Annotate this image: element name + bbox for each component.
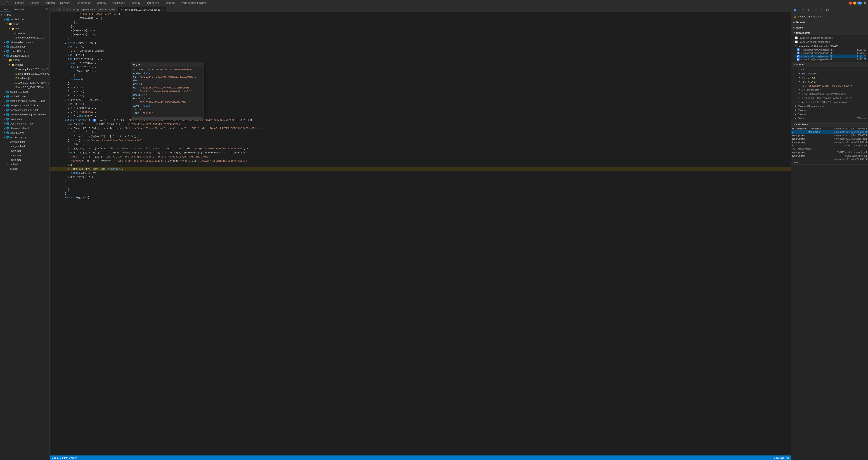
tab-performance[interactable]: Performance xyxy=(73,0,94,6)
tab-application[interactable]: Application xyxy=(109,0,128,6)
resume-button[interactable]: ▶ xyxy=(793,7,798,12)
file-tab-core[interactable]: JS core-optimi.v2....njs?v=2838683 ✕ xyxy=(118,7,166,12)
tree-item-jigsaw[interactable]: JS jigsaw xyxy=(0,31,50,35)
bp-check-1[interactable] xyxy=(797,49,800,51)
cs-item-0[interactable]: H.I.<computed>.q.<computed> core-optimi.… xyxy=(792,127,868,130)
t-expand-icon[interactable]: ▶ xyxy=(799,92,800,95)
new-snippet-button[interactable]: ⊕ xyxy=(45,7,49,11)
section-threads-header[interactable]: ▶ Threads xyxy=(792,20,868,25)
scope-l[interactable]: L : "T8ogZzrk4VFERlBVRVfUsIS/GNmuDPln" xyxy=(795,84,866,88)
pause-caught-item[interactable]: Pause on caught exceptions xyxy=(795,40,866,45)
tree-item-bqq[interactable]: ▶ 🌐 bqq.gtimg.com xyxy=(0,45,50,49)
tree-item-s6[interactable]: ▶ 🌐 s6.music.126.net xyxy=(0,126,50,130)
cs-item-4[interactable]: (anonymous) core-optimi.v2....js?v=28386… xyxy=(792,141,868,144)
tab-recorder[interactable]: Recorder xyxy=(162,0,178,6)
this-expand-icon[interactable]: ▶ xyxy=(799,72,800,75)
tree-item-top[interactable]: ▼ □ top xyxy=(0,13,50,17)
tab-network[interactable]: Network xyxy=(57,0,73,6)
deactivate-breakpoints-button[interactable]: ⊘ xyxy=(825,7,830,12)
tree-item-trial[interactable]: ▼ 📁 trial xyxy=(0,26,50,31)
tree-item-load[interactable]: JS load.min.js xyxy=(0,76,50,81)
tab-console[interactable]: Console xyxy=(27,0,42,6)
scope-a[interactable]: ▶ A : f (C7, C8) xyxy=(795,76,866,80)
tree-item-hm[interactable]: ▶ 🌐 hm.baidu.com xyxy=(0,94,50,99)
cs-item-anon-music[interactable]: (anonymous) music-corona.min.js:1 xyxy=(792,154,868,157)
cs-item-s[interactable]: s core-optimi.v2....js?v=2838683:1 xyxy=(792,157,868,161)
cs-item-emit[interactable]: _emit xyxy=(792,161,868,164)
scope-t[interactable]: ▶ T : (2) ['https://c.dun.163.com/api/v3… xyxy=(795,92,866,96)
tree-item-images[interactable]: ▼ 📁 images xyxy=(0,62,50,67)
tab-perf-insights[interactable]: Performance insights xyxy=(178,0,209,6)
scope-global[interactable]: ▶ Global Window xyxy=(795,117,866,121)
tree-item-delegate2[interactable]: H delegate.html xyxy=(0,144,50,148)
scope-m[interactable]: ▶ m : {referer: 'https://dun.163.com/tri… xyxy=(795,100,866,105)
file-tab-close-core[interactable]: ✕ xyxy=(161,8,164,11)
pause-caught-checkbox[interactable] xyxy=(795,40,798,43)
bp-item-1[interactable]: ● (function(){var w=['passive','d... 1:1… xyxy=(795,48,866,51)
tree-item-index1[interactable]: H index.html xyxy=(0,148,50,153)
m-expand-icon[interactable]: ▶ xyxy=(799,101,800,103)
section-watch-header[interactable]: ▶ Watch xyxy=(792,25,868,30)
section-callstack-header[interactable]: ▼ Call Stack xyxy=(792,122,868,127)
tree-item-dadun[interactable]: ▶ 🌐 da.dun.163.com xyxy=(0,90,50,94)
tooltip-scroll-bar[interactable] xyxy=(131,116,203,119)
scope-this[interactable]: ▶ this : Window xyxy=(795,72,866,76)
tree-item-tgdt[interactable]: ▶ 🌐 t.gdt.qq.com xyxy=(0,130,50,135)
tab-security[interactable]: Security xyxy=(128,0,143,6)
code-area[interactable]: K['_fullfilledCallback'] = [], K[FV(0x6f… xyxy=(50,12,791,456)
tree-item-necaptcha1[interactable]: ▶ 🌐 necaptcha1.nosdn.127.net xyxy=(0,103,50,108)
closure2-expand-icon[interactable]: ▶ xyxy=(795,109,797,111)
bp-check-4[interactable] xyxy=(797,58,800,61)
more-options-button[interactable]: ⋮ xyxy=(39,7,44,11)
tree-item-qiyukf-nosdn[interactable]: ▶ 🌐 qiyukf.nosdn.127.net xyxy=(0,121,50,126)
tooltip-body[interactable]: acToken : "9ca17ae2e6ffcda170e2e6eebab46… xyxy=(131,67,203,116)
tree-item-cstatic[interactable]: ▼ 🌐 cstaticdun.126.net xyxy=(0,53,50,58)
bp-item-2[interactable]: ● (function(){var w=['passive','d... 1:1… xyxy=(795,51,866,55)
closure3-expand-icon[interactable]: ▶ xyxy=(795,113,797,115)
tree-item-index2[interactable]: H index.html xyxy=(0,153,50,157)
local-expand-icon[interactable]: ▼ xyxy=(795,68,797,70)
tree-item-pc1[interactable]: H pc.html xyxy=(0,162,50,167)
bp-check-2[interactable] xyxy=(797,52,800,54)
tab-lighthouse[interactable]: Lighthouse xyxy=(143,0,162,6)
inspect-icon[interactable]: ⬚ xyxy=(1,1,5,5)
device-icon[interactable]: 📱 xyxy=(5,1,9,5)
tree-item-only[interactable]: ▶ 🌐 only-d-fkeamb14u4jcc9uom6jew xyxy=(0,112,50,117)
scope-closure-q[interactable]: ▶ Closure (Q.<computed>) xyxy=(795,105,866,109)
bp-check-3[interactable] xyxy=(797,55,800,57)
tree-item-core2[interactable]: JS core-optimi.v2.25.0.min.js?v xyxy=(0,71,50,76)
scope-closure2[interactable]: ▶ Closure xyxy=(795,109,866,113)
tree-item-delegate1[interactable]: H delegate.html xyxy=(0,139,50,144)
cs-item-t[interactable]: t music-corona.min.js:1 xyxy=(792,144,868,147)
bp-item-4[interactable]: ● (function(){var w=['passive','d... 1:1… xyxy=(795,58,866,61)
panel-tab-page[interactable]: Page xyxy=(0,6,11,12)
step-over-button[interactable]: ↷ xyxy=(800,7,804,12)
settings-icon[interactable]: ⚙ xyxy=(863,1,867,5)
step-into-button[interactable]: ↓ xyxy=(806,7,811,12)
bp-item-3[interactable]: ● (function(){var w=['passive','d... 1:1… xyxy=(795,55,866,58)
fp-expand-icon[interactable]: ▶ xyxy=(799,80,800,83)
tree-item-wp[interactable]: ▶ 🌐 wp.qiyq.qq.com xyxy=(0,135,50,139)
tree-item-225[interactable]: ▼ 📁 2.25.0 xyxy=(0,58,50,62)
pause-uncaught-item[interactable]: Pause on uncaught exceptions xyxy=(795,36,866,40)
step-button[interactable]: → xyxy=(818,7,824,12)
step-out-button[interactable]: ↑ xyxy=(812,7,817,12)
scope-o[interactable]: ▶ O : {onProcess: f} xyxy=(795,88,866,92)
global-expand-icon[interactable]: ▶ xyxy=(795,117,797,119)
section-breakpoints-header[interactable]: ▼ Breakpoints xyxy=(792,30,868,35)
tree-item-pc2[interactable]: H pc.html xyxy=(0,167,50,171)
cs-item-anon-vm[interactable]: (anonymous) VM477 music-corona.min.js:1 xyxy=(792,151,868,154)
closure-q-expand-icon[interactable]: ▶ xyxy=(795,105,797,107)
tree-item-neguardian[interactable]: JS neguardian.umd.1.0.0.js xyxy=(0,35,50,40)
tree-item-wm2[interactable]: JS wm.3.0.0_33d41777.min.js?v=2 xyxy=(0,85,50,90)
tree-item-qiyukf[interactable]: ▶ 🌐 qiyukf.com xyxy=(0,117,50,121)
tab-elements[interactable]: Elements xyxy=(10,0,27,6)
tree-item-index3[interactable]: H index.html xyxy=(0,157,50,162)
cs-item-1[interactable]: ▶ (anonymous) core-optimi.v2....js?v=283… xyxy=(792,130,868,134)
tree-item-core1[interactable]: JS core-optimi.v2.25.0.min.js?v xyxy=(0,67,50,71)
file-tab-pt[interactable]: JS pt_experience_c...b8677592e4b98f xyxy=(70,7,118,12)
tab-memory[interactable]: Memory xyxy=(94,0,109,6)
tree-item-public[interactable]: ▼ 📁 public xyxy=(0,22,50,26)
tree-item-admin[interactable]: ▶ 🌐 admin.qidian.qq.com xyxy=(0,40,50,45)
a-expand-icon[interactable]: ▶ xyxy=(799,76,800,79)
